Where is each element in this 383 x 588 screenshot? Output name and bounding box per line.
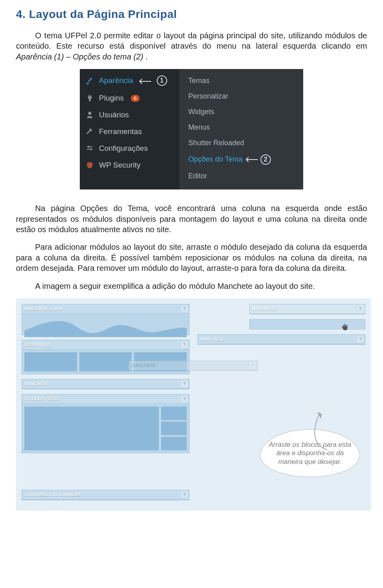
submenu-label: Opções do Tema	[188, 155, 243, 163]
submenu-temas[interactable]: Temas	[188, 73, 296, 89]
wp-left-sidebar: Aparência 1 Plugins 6 Usuários Ferrament…	[80, 69, 180, 189]
wp-admin-menu-screenshot: Aparência 1 Plugins 6 Usuários Ferrament…	[80, 69, 303, 189]
submenu-widgets[interactable]: Widgets	[188, 104, 296, 120]
help-icon[interactable]: ?	[357, 336, 363, 342]
submenu-editor[interactable]: Editor	[188, 168, 296, 184]
layout-builder-screenshot: IMAGEM DE CAPA? DESTAQUES? MANCHETE? LIS…	[16, 298, 371, 511]
sidebar-item-label: Usuários	[99, 110, 129, 119]
marker-2: 2	[261, 154, 271, 165]
p1-emph1: Aparência (1)	[16, 52, 64, 61]
user-icon	[85, 110, 94, 119]
sidebar-item-label: WP Security	[99, 161, 140, 170]
sidebar-item-usuarios[interactable]: Usuários	[80, 107, 180, 123]
p1-a: O tema UFPel 2.0 permite editar o layout…	[16, 31, 367, 50]
sidebar-item-config[interactable]: Configurações	[80, 140, 180, 157]
help-icon[interactable]: ?	[181, 306, 188, 312]
sidebar-item-aparencia[interactable]: Aparência 1	[80, 71, 180, 90]
paragraph-4: A imagem a seguir exemplifica a adição d…	[16, 281, 367, 291]
submenu-shutter[interactable]: Shutter Reloaded	[188, 135, 296, 151]
help-icon[interactable]: ?	[181, 381, 188, 387]
paragraph-2: Na página Opções do Tema, você encontrar…	[16, 203, 367, 235]
sidebar-item-label: Plugins	[99, 94, 124, 103]
block-label: DESTAQUES	[24, 343, 51, 347]
block-dragging[interactable]: MANCHETE?	[128, 361, 258, 371]
sidebar-item-label: Ferramentas	[99, 127, 142, 136]
arrow-icon	[138, 78, 152, 85]
sliders-icon	[85, 144, 94, 153]
plug-icon	[85, 94, 94, 103]
block-lista-de-posts[interactable]: LISTA DE POSTS?	[22, 394, 190, 453]
block-label: MANCHETE	[200, 337, 225, 341]
guide-arrow-icon	[307, 410, 334, 452]
submenu-personalizar[interactable]: Personalizar	[188, 89, 296, 104]
block-label: MANCHETE	[24, 382, 49, 386]
builder-active-column[interactable]: MANCHETE? MANCHETE? Arraste os blocos pa…	[197, 304, 365, 505]
sidebar-item-label: Aparência	[99, 76, 133, 85]
block-active-manchete-1[interactable]: MANCHETE?	[249, 304, 365, 314]
builder-available-column: IMAGEM DE CAPA? DESTAQUES? MANCHETE? LIS…	[22, 304, 190, 505]
wrench-icon	[85, 127, 94, 136]
arrow-icon	[245, 157, 258, 162]
p1-b: –	[66, 52, 73, 61]
block-label: CARROSSEL DE BANNERS	[24, 493, 81, 497]
wp-submenu: Temas Personalizar Widgets Menus Shutter…	[180, 69, 303, 189]
block-active-manchete-2[interactable]: MANCHETE?	[197, 334, 365, 345]
sidebar-item-ferramentas[interactable]: Ferramentas	[80, 123, 180, 140]
brush-icon	[85, 76, 94, 85]
section-heading: 4. Layout da Página Principal	[16, 8, 367, 21]
block-label: IMAGEM DE CAPA	[24, 307, 62, 311]
block-imagem-de-capa[interactable]: IMAGEM DE CAPA?	[22, 304, 190, 335]
block-manchete[interactable]: MANCHETE?	[22, 379, 190, 389]
help-icon[interactable]: ?	[357, 306, 363, 312]
p1-emph2: Opções do tema (2)	[73, 52, 143, 61]
sidebar-item-label: Configurações	[99, 144, 148, 153]
submenu-menus[interactable]: Menus	[188, 120, 296, 135]
sidebar-item-wpsecurity[interactable]: WP Security	[80, 157, 180, 174]
block-label: MANCHETE	[131, 363, 156, 368]
marker-1: 1	[157, 75, 167, 86]
help-icon[interactable]: ?	[249, 362, 256, 369]
p1-c: .	[146, 52, 148, 61]
help-icon[interactable]: ?	[181, 491, 188, 498]
block-label: LISTA DE POSTS	[24, 397, 59, 401]
plugins-badge: 6	[131, 95, 139, 102]
paragraph-1: O tema UFPel 2.0 permite editar o layout…	[16, 30, 367, 62]
grab-cursor-icon	[340, 322, 350, 332]
submenu-opcoes-tema[interactable]: Opções do Tema 2	[188, 151, 296, 168]
shield-icon	[85, 161, 94, 170]
block-carrossel[interactable]: CARROSSEL DE BANNERS?	[22, 490, 190, 500]
block-label: MANCHETE	[252, 307, 276, 311]
help-icon[interactable]: ?	[181, 396, 188, 402]
sidebar-item-plugins[interactable]: Plugins 6	[80, 90, 180, 107]
help-icon[interactable]: ?	[181, 341, 188, 348]
paragraph-3: Para adicionar módulos ao layout do site…	[16, 242, 367, 273]
